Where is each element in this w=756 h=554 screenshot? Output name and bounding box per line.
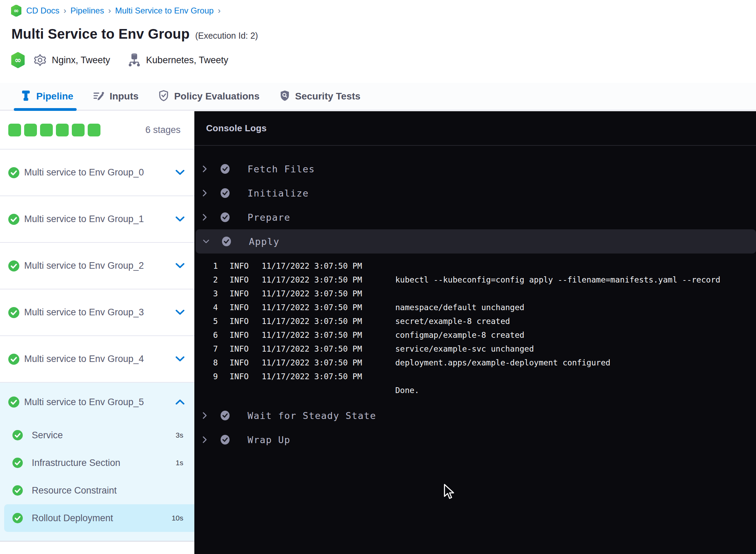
log-level: INFO (230, 303, 250, 312)
stage-label: Multi service to Env Group_1 (24, 214, 144, 225)
log-timestamp: 11/17/2022 3:07:50 PM (262, 289, 369, 298)
stage-row[interactable]: Multi service to Env Group_5 (0, 383, 194, 421)
tab-policy-evaluations[interactable]: Policy Evaluations (158, 83, 259, 110)
chevron-icon[interactable] (175, 170, 185, 175)
success-check-icon (12, 430, 23, 440)
log-message: deployment.apps/example-deployment confi… (395, 358, 610, 367)
log-line-number: 1 (194, 261, 218, 270)
success-check-icon (8, 167, 19, 178)
success-check-icon (8, 307, 19, 318)
page-title: Multi Service to Env Group (11, 26, 190, 42)
breadcrumb-separator: › (64, 6, 66, 16)
chevron-right-icon[interactable] (201, 436, 208, 443)
services-row: Nginx, Tweety Kubernetes, Tweety (10, 52, 228, 68)
log-message: kubectl --kubeconfig=config apply --file… (395, 275, 720, 284)
breadcrumb-link[interactable]: CD Docs (26, 6, 59, 16)
log-line: 9 INFO 11/17/2022 3:07:50 PM (194, 370, 756, 383)
breadcrumb-link[interactable]: Multi Service to Env Group (115, 6, 213, 16)
log-level: INFO (230, 261, 250, 270)
log-message: Done. (395, 386, 419, 395)
breadcrumb-link[interactable]: Pipelines (70, 6, 104, 16)
tab-pipeline[interactable]: Pipeline (21, 83, 73, 110)
step-row[interactable]: Rollout Deployment 10s (4, 504, 194, 532)
console-body: Fetch Files Initialize Prepare Apply 1 I… (194, 146, 756, 452)
log-line-number: 8 (194, 358, 218, 367)
console-section-row[interactable]: Initialize (194, 181, 756, 205)
success-check-icon (221, 164, 230, 174)
log-line: 1 INFO 11/17/2022 3:07:50 PM (194, 259, 756, 273)
tab-label: Inputs (109, 91, 138, 102)
stage-row[interactable]: Multi service to Env Group_0 (0, 150, 194, 196)
tab-inputs[interactable]: Inputs (93, 83, 138, 110)
success-check-icon (221, 188, 230, 198)
console-section-label: Wrap Up (248, 434, 290, 445)
stage-label: Multi service to Env Group_2 (24, 260, 144, 271)
step-label: Service (32, 430, 63, 441)
log-line: 7 INFO 11/17/2022 3:07:50 PM service/exa… (194, 342, 756, 356)
console-section-row[interactable]: Wrap Up (194, 428, 756, 452)
console-section-label: Initialize (248, 188, 309, 199)
log-line-number: 7 (194, 344, 218, 353)
log-level: INFO (230, 344, 250, 353)
console-section-row[interactable]: Prepare (194, 205, 756, 229)
stage-row[interactable]: Multi service to Env Group_4 (0, 336, 194, 383)
log-level: INFO (230, 331, 250, 340)
log-level: INFO (230, 275, 250, 284)
security-tests-icon (280, 90, 290, 103)
harness-cd-icon (10, 5, 22, 17)
success-check-icon (221, 212, 230, 222)
breadcrumb-separator: › (218, 6, 221, 16)
console-panel: Console Logs Fetch Files Initialize Prep… (194, 111, 756, 554)
chevron-icon[interactable] (175, 309, 185, 315)
log-message: configmap/example-8 created (395, 331, 524, 340)
console-section-row[interactable]: Fetch Files (194, 157, 756, 181)
step-label: Rollout Deployment (32, 513, 113, 524)
step-row[interactable]: Resource Constraint (0, 477, 194, 504)
breadcrumb-separator: › (108, 6, 111, 16)
log-timestamp: 11/17/2022 3:07:50 PM (262, 358, 369, 367)
stage-row[interactable]: Multi service to Env Group_1 (0, 196, 194, 243)
success-check-icon (8, 214, 19, 225)
stage-success-square (56, 124, 69, 136)
environment-icon (128, 53, 140, 67)
log-line: 5 INFO 11/17/2022 3:07:50 PM secret/exam… (194, 314, 756, 328)
log-block: 1 INFO 11/17/2022 3:07:50 PM 2 INFO 11/1… (194, 258, 756, 403)
success-check-icon (221, 435, 230, 445)
console-section-label: Fetch Files (248, 164, 315, 174)
pipeline-execution-page: CD Docs›Pipelines›Multi Service to Env G… (0, 0, 756, 554)
chevron-right-icon[interactable] (201, 213, 208, 221)
expanded-stage-group: Multi service to Env Group_5 Service 3s … (0, 383, 194, 542)
console-section-row[interactable]: Wait for Steady State (194, 403, 756, 428)
chevron-icon[interactable] (175, 216, 185, 222)
policy-evaluations-icon (158, 90, 169, 103)
title-row: Multi Service to Env Group (Execution Id… (11, 26, 258, 42)
stage-label: Multi service to Env Group_3 (24, 307, 144, 318)
stage-count: 6 stages (145, 125, 181, 135)
tab-security-tests[interactable]: Security Tests (280, 83, 360, 110)
breadcrumb: CD Docs›Pipelines›Multi Service to Env G… (10, 5, 221, 17)
chevron-right-icon[interactable] (201, 165, 208, 173)
console-section-row[interactable]: Apply (196, 229, 756, 254)
chevron-right-icon[interactable] (201, 189, 208, 197)
stages-sidebar: 6 stages Multi service to Env Group_0 Mu… (0, 111, 194, 554)
stage-success-square (40, 124, 53, 136)
log-level: INFO (230, 372, 250, 381)
step-duration: 10s (172, 514, 183, 522)
log-timestamp: 11/17/2022 3:07:50 PM (262, 344, 369, 353)
tabbar: Pipeline Inputs Policy Evaluations Secur… (0, 83, 756, 111)
page-header: CD Docs›Pipelines›Multi Service to Env G… (0, 0, 756, 83)
stage-row[interactable]: Multi service to Env Group_2 (0, 243, 194, 289)
log-line-number: 6 (194, 331, 218, 340)
chevron-icon[interactable] (175, 263, 185, 269)
stage-status-squares (8, 124, 100, 136)
chevron-icon[interactable] (175, 356, 185, 362)
stage-label: Multi service to Env Group_4 (24, 354, 144, 364)
chevron-right-icon[interactable] (201, 412, 208, 419)
chevron-down-icon[interactable] (203, 239, 210, 244)
log-message: secret/example-8 created (395, 317, 510, 326)
stage-row[interactable]: Multi service to Env Group_3 (0, 289, 194, 336)
chevron-up-icon[interactable] (175, 399, 185, 405)
step-row[interactable]: Infrastructure Section 1s (0, 449, 194, 477)
step-row[interactable]: Service 3s (0, 421, 194, 449)
log-level: INFO (230, 289, 250, 298)
